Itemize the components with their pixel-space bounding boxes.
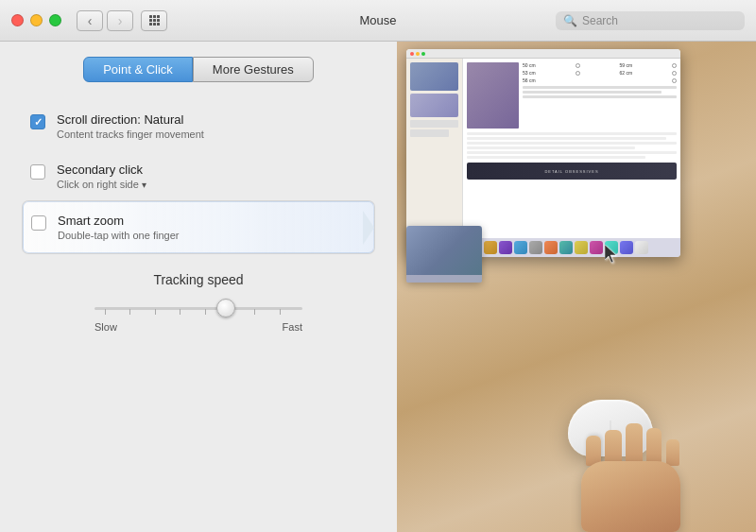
body-text-3 — [467, 142, 677, 145]
preview-image-area: 50 cm 59 cm 53 cm 62 cm — [397, 42, 756, 532]
screen-minimize — [416, 52, 420, 56]
tracking-section: Tracking speed — [23, 272, 374, 333]
dock-icon-14 — [635, 241, 648, 254]
sidebar-thumb-2 — [410, 94, 458, 117]
detail-banner: DETAIL OBSESSIVES — [467, 163, 677, 180]
dock-icon-4 — [484, 241, 497, 254]
product-row: 50 cm 59 cm 53 cm 62 cm — [467, 62, 677, 129]
radio-2 — [672, 63, 677, 68]
dock-icon-13 — [620, 241, 633, 254]
sidebar-line-1 — [410, 120, 458, 128]
search-icon: 🔍 — [563, 14, 577, 27]
option-smart-zoom: Smart zoom Double-tap with one finger — [23, 201, 374, 253]
text-line-3 — [523, 95, 677, 98]
grid-icon — [149, 15, 160, 26]
forward-button[interactable]: › — [107, 10, 133, 31]
body-text-2 — [467, 137, 666, 140]
dock-icon-5 — [499, 241, 512, 254]
tick-1 — [105, 309, 106, 315]
screen-zoom — [421, 52, 425, 56]
sidebar-thumb-1 — [410, 62, 458, 91]
thumb-image — [406, 226, 482, 283]
option-secondary-click: Secondary click Click on right side ▾ — [23, 151, 374, 201]
close-button[interactable] — [11, 14, 24, 26]
tick-2 — [129, 309, 130, 315]
dock-icon-8 — [544, 241, 558, 254]
sidebar-line-2 — [410, 129, 449, 137]
slider-track[interactable] — [94, 299, 302, 317]
radio-4 — [672, 71, 677, 76]
thumb-dock — [406, 275, 482, 283]
body-text-4 — [467, 146, 635, 149]
right-panel: 50 cm 59 cm 53 cm 62 cm — [397, 42, 756, 532]
scroll-direction-label: Scroll direction: Natural — [57, 112, 204, 127]
product-text-block — [523, 86, 677, 98]
left-panel: Point & Click More Gestures Scroll direc… — [0, 42, 397, 532]
grid-button[interactable] — [141, 10, 167, 31]
screen-menubar — [406, 49, 680, 59]
option-text-smart-zoom: Smart zoom Double-tap with one finger — [58, 214, 179, 241]
tab-point-click[interactable]: Point & Click — [83, 57, 193, 82]
search-placeholder: Search — [582, 14, 737, 27]
slider-container: Slow Fast — [94, 299, 302, 333]
secondary-click-sublabel-text: Click on right side — [57, 179, 139, 190]
size-56: 56 cm — [523, 77, 536, 83]
text-line-2 — [523, 91, 662, 94]
tick-5 — [205, 309, 206, 315]
screen-close — [410, 52, 414, 56]
back-button[interactable]: ‹ — [77, 10, 103, 31]
radio-5 — [672, 78, 677, 83]
slider-labels: Slow Fast — [94, 321, 302, 333]
size-62: 62 cm — [619, 70, 632, 76]
text-line-1 — [523, 86, 677, 89]
finger-thumb — [666, 439, 679, 466]
size-row-3: 56 cm — [523, 77, 677, 83]
screen-main-content: 50 cm 59 cm 53 cm 62 cm — [463, 59, 680, 257]
dock-icon-11 — [590, 241, 603, 254]
size-59: 59 cm — [619, 62, 632, 68]
body-text-6 — [467, 156, 645, 159]
option-scroll-direction: Scroll direction: Natural Content tracks… — [23, 101, 374, 151]
radio-1 — [576, 63, 580, 68]
banner-text: DETAIL OBSESSIVES — [544, 169, 598, 174]
minimize-button[interactable] — [30, 14, 43, 26]
size-row-1: 50 cm 59 cm — [523, 62, 677, 68]
checkbox-secondary-click[interactable] — [30, 164, 45, 180]
dock-icon-6 — [514, 241, 527, 254]
slider-thumb[interactable] — [216, 299, 235, 317]
small-thumbnail — [406, 226, 482, 283]
tick-4 — [180, 309, 180, 315]
palm — [581, 461, 680, 532]
option-text-scroll: Scroll direction: Natural Content tracks… — [57, 112, 204, 140]
secondary-click-sublabel: Click on right side ▾ — [57, 179, 146, 190]
slow-label: Slow — [94, 321, 117, 333]
size-row-2: 53 cm 62 cm — [523, 70, 677, 76]
product-image — [467, 62, 519, 129]
forward-icon: › — [118, 13, 123, 28]
secondary-click-dropdown-arrow[interactable]: ▾ — [142, 180, 146, 190]
search-box[interactable]: 🔍 Search — [556, 11, 745, 30]
dock-icon-10 — [575, 241, 588, 254]
size-53: 53 cm — [523, 70, 536, 76]
secondary-click-label: Secondary click — [57, 163, 146, 177]
dock-icon-7 — [529, 241, 542, 254]
tab-row: Point & Click More Gestures — [23, 57, 374, 82]
tick-3 — [155, 309, 156, 315]
back-icon: ‹ — [88, 13, 93, 28]
tracking-speed-label: Tracking speed — [153, 272, 243, 287]
nav-buttons: ‹ › — [77, 10, 133, 31]
smart-zoom-label: Smart zoom — [58, 214, 179, 228]
traffic-lights — [11, 14, 61, 26]
main-content: Point & Click More Gestures Scroll direc… — [0, 42, 756, 532]
scroll-direction-sublabel: Content tracks finger movement — [57, 129, 204, 140]
option-text-secondary: Secondary click Click on right side ▾ — [57, 163, 146, 190]
checkbox-smart-zoom[interactable] — [31, 215, 46, 231]
dock-icon-12 — [605, 241, 618, 254]
tick-8 — [280, 309, 281, 315]
smart-zoom-sublabel: Double-tap with one finger — [58, 230, 179, 241]
tab-more-gestures[interactable]: More Gestures — [193, 57, 314, 82]
zoom-button[interactable] — [49, 14, 61, 26]
finger-middle — [626, 423, 643, 466]
checkbox-scroll-direction[interactable] — [30, 114, 45, 129]
body-text-5 — [467, 151, 677, 154]
